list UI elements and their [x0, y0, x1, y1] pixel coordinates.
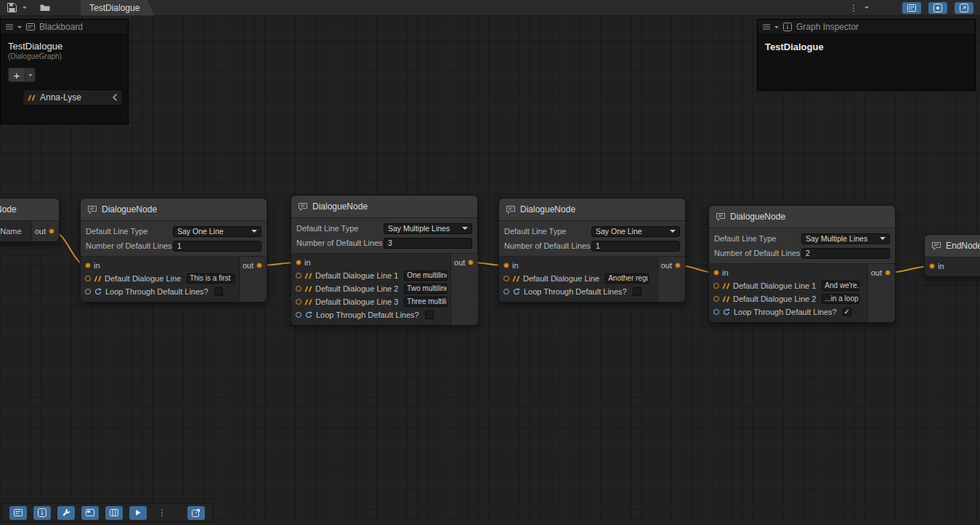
dialogue-line-input[interactable]: And we're...	[822, 281, 859, 291]
input-port-loop[interactable]	[85, 289, 91, 294]
save-dropdown[interactable]	[18, 1, 31, 15]
node-title-bar[interactable]: DialogueNode	[81, 199, 267, 221]
settings-button[interactable]	[57, 506, 75, 520]
add-field-button[interactable]: +	[8, 68, 25, 82]
dialogue-line-input[interactable]: Two multiline	[404, 284, 448, 294]
output-port[interactable]	[675, 262, 681, 268]
loop-checkbox[interactable]	[425, 310, 434, 319]
chevron-left-icon[interactable]	[112, 94, 118, 101]
input-port-line[interactable]	[296, 286, 301, 292]
blackboard-graph-name: TestDialogue	[8, 41, 121, 52]
input-port-line[interactable]	[85, 276, 91, 281]
graph-inspector-header[interactable]: Graph Inspector	[758, 20, 975, 35]
dialogue-node-2[interactable]: DialogueNode Default Line Type Say Multi…	[291, 195, 478, 326]
external-window-button[interactable]	[187, 506, 205, 520]
port-label: in	[512, 261, 519, 270]
port-label: in	[94, 261, 100, 270]
output-port[interactable]	[885, 270, 891, 276]
graph-inspector-panel: Graph Inspector TestDialogue	[757, 19, 976, 91]
loop-checkbox[interactable]	[633, 287, 641, 296]
port-row: Default Dialogue Line This is a first	[85, 273, 236, 284]
dialogue-line-input[interactable]: Another regu	[605, 273, 649, 284]
blackboard-button[interactable]	[9, 506, 27, 520]
input-port-in[interactable]	[713, 270, 719, 276]
blackboard-header[interactable]: Blackboard	[1, 20, 128, 35]
line-type-dropdown[interactable]: Say Multiple Lines	[384, 223, 472, 234]
input-port-line[interactable]	[296, 273, 301, 278]
input-port-loop[interactable]	[503, 289, 509, 294]
input-port-line[interactable]	[713, 283, 719, 289]
collapse-caret-icon[interactable]	[774, 26, 779, 28]
num-lines-input[interactable]: 1	[173, 241, 262, 252]
input-port-loop[interactable]	[296, 312, 301, 318]
output-port[interactable]	[49, 228, 54, 234]
blackboard-field[interactable]: Anna-Lyse	[23, 89, 123, 105]
port-label: Default Dialogue Line	[523, 274, 599, 283]
more-button[interactable]: ⋮	[153, 506, 171, 520]
variables-icon	[110, 508, 118, 517]
input-port-line[interactable]	[296, 299, 301, 305]
more-menu-button[interactable]: ⋮	[847, 1, 860, 15]
save-button[interactable]	[5, 1, 18, 15]
node-title-bar[interactable]: Node	[0, 199, 59, 221]
dialogue-line-input[interactable]: One multiline	[404, 270, 448, 281]
node-icon	[506, 205, 516, 215]
toggle-inspector-button[interactable]	[928, 2, 947, 14]
inspector-button[interactable]	[33, 506, 51, 520]
variables-button[interactable]	[105, 506, 123, 520]
port-label: kerName	[0, 227, 22, 236]
load-button[interactable]	[39, 1, 52, 15]
input-port-in[interactable]	[503, 262, 509, 268]
num-lines-input[interactable]: 3	[384, 238, 472, 249]
collapse-caret-icon[interactable]	[17, 26, 22, 28]
input-port-line[interactable]	[503, 276, 509, 281]
dialogue-line-input[interactable]: This is a first	[187, 273, 235, 284]
node-title-bar[interactable]: DialogueNode	[709, 206, 895, 228]
hamburger-icon[interactable]	[763, 24, 770, 30]
graph-tab[interactable]: TestDialogue	[81, 0, 154, 16]
node-title: DialogueNode	[730, 212, 785, 222]
loop-icon	[722, 308, 731, 316]
input-port-in[interactable]	[929, 263, 935, 269]
dialogue-line-input[interactable]: Three multiline	[404, 297, 448, 307]
play-button[interactable]	[129, 506, 147, 520]
output-port[interactable]	[256, 262, 262, 268]
caret-down-icon	[23, 7, 27, 9]
line-type-dropdown[interactable]: Say One Line	[173, 226, 262, 237]
port-row: Loop Through Default Lines? ✓	[713, 306, 864, 318]
input-port-in[interactable]	[296, 260, 301, 265]
hamburger-icon[interactable]	[6, 24, 13, 30]
speaker-node[interactable]: Node kerName out	[0, 198, 60, 242]
port-label: Default Dialogue Line 3	[315, 297, 398, 306]
num-lines-input[interactable]: 1	[591, 241, 680, 252]
output-port[interactable]	[468, 260, 474, 265]
dropdown-value: Say Multiple Lines	[388, 224, 450, 233]
node-icon	[298, 202, 308, 212]
input-port-in[interactable]	[85, 262, 91, 268]
bottom-toolbar: ⋮	[1, 503, 213, 522]
loop-checkbox[interactable]	[214, 287, 223, 296]
toggle-blackboard-button[interactable]	[902, 2, 921, 14]
minimap-button[interactable]	[81, 506, 99, 520]
input-port-line[interactable]	[713, 296, 719, 302]
dialogue-node-4[interactable]: DialogueNode Default Line Type Say Multi…	[708, 205, 896, 323]
dialogue-line-input[interactable]: ...in a loop	[822, 294, 859, 304]
end-node[interactable]: EndNode in	[924, 234, 980, 277]
node-title: Node	[0, 204, 17, 215]
num-lines-input[interactable]: 2	[801, 248, 890, 259]
loop-checkbox[interactable]: ✓	[843, 308, 851, 316]
line-type-dropdown[interactable]: Say One Line	[591, 226, 680, 237]
node-title: DialogueNode	[102, 204, 157, 215]
dialogue-node-1[interactable]: DialogueNode Default Line Type Say One L…	[80, 198, 267, 302]
dialogue-node-3[interactable]: DialogueNode Default Line Type Say One L…	[498, 198, 686, 302]
line-type-dropdown[interactable]: Say Multiple Lines	[801, 233, 890, 244]
toggle-minimap-button[interactable]	[955, 2, 973, 14]
node-title-bar[interactable]: DialogueNode	[291, 196, 477, 218]
node-title-bar[interactable]: DialogueNode	[499, 199, 685, 221]
field-label: Number of Default Lines	[86, 241, 173, 250]
out-port-label: out	[454, 258, 465, 267]
add-field-dropdown[interactable]	[25, 68, 36, 82]
node-title-bar[interactable]: EndNode	[925, 235, 980, 257]
input-port-loop[interactable]	[713, 309, 719, 315]
more-menu-dropdown[interactable]	[860, 1, 873, 15]
